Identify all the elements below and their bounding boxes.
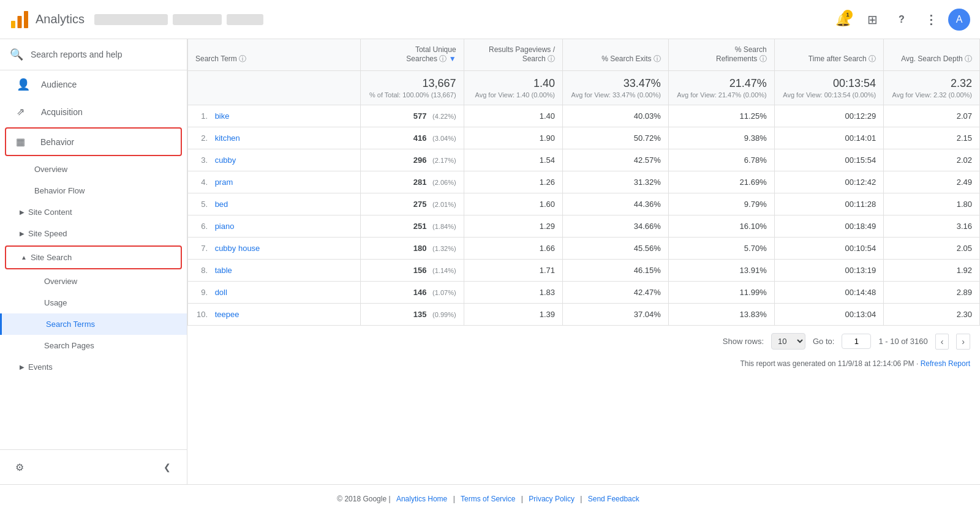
sidebar-item-search-pages[interactable]: Search Pages [0, 335, 187, 356]
row-total-unique-cell: 416 (3.04%) [361, 127, 464, 149]
apps-button[interactable]: ⊞ [860, 7, 884, 32]
sidebar-item-behavior-label: Behavior [40, 137, 74, 147]
row-pct-refine-cell: 9.79% [668, 193, 774, 215]
svg-rect-1 [18, 16, 22, 28]
settings-button[interactable]: ⚙ [10, 457, 29, 477]
th-pct-refine-help-icon[interactable]: ⓘ [760, 54, 767, 63]
footer-link-analytics-home[interactable]: Analytics Home [396, 495, 447, 503]
refresh-report-link[interactable]: Refresh Report [921, 359, 970, 368]
th-avg-depth-help-icon[interactable]: ⓘ [965, 54, 972, 63]
sidebar-item-search-terms[interactable]: Search Terms [0, 313, 187, 335]
svg-rect-2 [24, 11, 28, 28]
footer-link-privacy[interactable]: Privacy Policy [529, 495, 575, 503]
th-avg-depth: Avg. Search Depth ⓘ [884, 39, 980, 71]
row-search-term-cell: 7. cubby house [188, 238, 361, 260]
summary-row: 13,667 % of Total: 100.00% (13,667) 1.40… [188, 71, 980, 105]
sidebar-item-behavior-flow-label: Behavior Flow [34, 186, 85, 195]
show-rows-select[interactable]: 10 25 50 100 [771, 333, 805, 350]
row-pct-refine-cell: 9.38% [668, 127, 774, 149]
search-term-link[interactable]: bike [215, 111, 230, 121]
row-pct-exits-cell: 40.03% [563, 105, 669, 127]
table-row: 4. pram 281 (2.06%) 1.26 31.32% 21.69% 0… [188, 171, 980, 193]
row-pct-refine-cell: 6.78% [668, 149, 774, 171]
sidebar-item-site-search-usage[interactable]: Usage [0, 292, 187, 313]
search-term-link[interactable]: bed [215, 200, 228, 209]
sidebar-item-overview[interactable]: Overview [0, 159, 187, 180]
report-note: This report was generated on 11/9/18 at … [187, 357, 980, 375]
footer-link-feedback[interactable]: Send Feedback [588, 495, 639, 503]
sidebar-item-behavior[interactable]: ▦ Behavior [6, 129, 181, 155]
row-total-unique-cell: 296 (2.17%) [361, 149, 464, 171]
pagination-prev-button[interactable]: ‹ [935, 334, 949, 350]
footer: © 2018 Google | Analytics Home | Terms o… [0, 484, 980, 513]
sidebar-item-site-speed-label: Site Speed [28, 229, 67, 238]
row-search-term-cell: 1. bike [188, 105, 361, 127]
row-results-pv-cell: 1.29 [464, 215, 562, 238]
search-term-link[interactable]: table [215, 266, 232, 275]
th-time-after-help-icon[interactable]: ⓘ [869, 54, 876, 63]
sidebar-search[interactable]: 🔍 Search reports and help [0, 39, 187, 70]
settings-icon: ⚙ [15, 462, 24, 473]
search-icon: 🔍 [10, 48, 23, 61]
row-pct-exits-cell: 34.66% [563, 215, 669, 238]
sidebar-item-acquisition[interactable]: ⇗ Acquisition [0, 99, 187, 125]
th-search-term: Search Term ⓘ [188, 39, 361, 71]
row-time-after-cell: 00:18:49 [774, 215, 883, 238]
pagination-next-button[interactable]: › [956, 334, 970, 350]
row-pct-refine-cell: 11.99% [668, 282, 774, 304]
more-button[interactable]: ⋮ [919, 7, 943, 32]
sidebar-item-site-content[interactable]: ▶ Site Content [0, 201, 187, 223]
search-term-link[interactable]: piano [215, 222, 235, 231]
row-total-unique-cell: 275 (2.01%) [361, 193, 464, 215]
header: Analytics 🔔 1 ⊞ ? ⋮ A [0, 0, 980, 39]
summary-pct-exits: 33.47% Avg for View: 33.47% (0.00%) [563, 71, 669, 105]
row-time-after-cell: 00:12:42 [774, 171, 883, 193]
search-term-link[interactable]: doll [215, 288, 227, 297]
notification-button[interactable]: 🔔 1 [831, 7, 855, 32]
search-term-link[interactable]: pram [215, 178, 233, 187]
search-term-link[interactable]: kitchen [215, 133, 240, 143]
footer-link-tos[interactable]: Terms of Service [461, 495, 515, 503]
th-time-after: Time after Search ⓘ [774, 39, 883, 71]
row-search-term-cell: 9. doll [188, 282, 361, 304]
th-search-term-help-icon[interactable]: ⓘ [239, 54, 246, 63]
row-search-term-cell: 4. pram [188, 171, 361, 193]
th-results-pv-help-icon[interactable]: ⓘ [548, 54, 555, 63]
search-term-link[interactable]: cubby house [215, 244, 260, 253]
search-term-link[interactable]: cubby [215, 155, 236, 165]
sidebar-item-events-label: Events [28, 362, 53, 372]
row-results-pv-cell: 1.54 [464, 149, 562, 171]
th-pct-exits-help-icon[interactable]: ⓘ [654, 54, 661, 63]
sidebar-item-site-search[interactable]: ▲ Site Search [6, 247, 181, 268]
sidebar-item-audience[interactable]: 👤 Audience [0, 70, 187, 99]
row-avg-depth-cell: 2.30 [884, 304, 980, 326]
summary-results-pv: 1.40 Avg for View: 1.40 (0.00%) [464, 71, 562, 105]
sort-arrow-icon[interactable]: ▼ [449, 54, 456, 63]
sidebar-item-site-search-overview[interactable]: Overview [0, 271, 187, 292]
sidebar-item-overview-label: Overview [34, 165, 67, 174]
row-search-term-cell: 8. table [188, 260, 361, 282]
row-results-pv-cell: 1.83 [464, 282, 562, 304]
sidebar-item-site-speed[interactable]: ▶ Site Speed [0, 223, 187, 244]
sidebar-item-behavior-flow[interactable]: Behavior Flow [0, 180, 187, 201]
sidebar-item-site-search-label: Site Search [31, 253, 72, 262]
collapse-sidebar-button[interactable]: ❮ [157, 457, 177, 477]
th-total-unique-help-icon[interactable]: ⓘ [439, 54, 447, 63]
sidebar-item-events[interactable]: ▶ Events [0, 356, 187, 378]
help-button[interactable]: ? [889, 7, 914, 32]
sidebar-item-acquisition-label: Acquisition [41, 107, 83, 117]
row-pct-exits-cell: 46.15% [563, 260, 669, 282]
avatar[interactable]: A [948, 9, 970, 31]
go-to-input[interactable] [842, 334, 871, 349]
footer-copyright: © 2018 Google [337, 495, 386, 503]
help-icon: ? [899, 14, 905, 25]
th-pct-exits: % Search Exits ⓘ [563, 39, 669, 71]
notification-badge: 1 [843, 10, 853, 20]
app-title: Analytics [36, 12, 85, 26]
more-icon: ⋮ [925, 12, 938, 27]
apps-icon: ⊞ [867, 12, 878, 27]
row-results-pv-cell: 1.66 [464, 238, 562, 260]
sidebar-item-audience-label: Audience [41, 80, 77, 89]
search-term-link[interactable]: teepee [215, 310, 239, 319]
th-avg-depth-label: Avg. Search Depth [901, 54, 963, 63]
